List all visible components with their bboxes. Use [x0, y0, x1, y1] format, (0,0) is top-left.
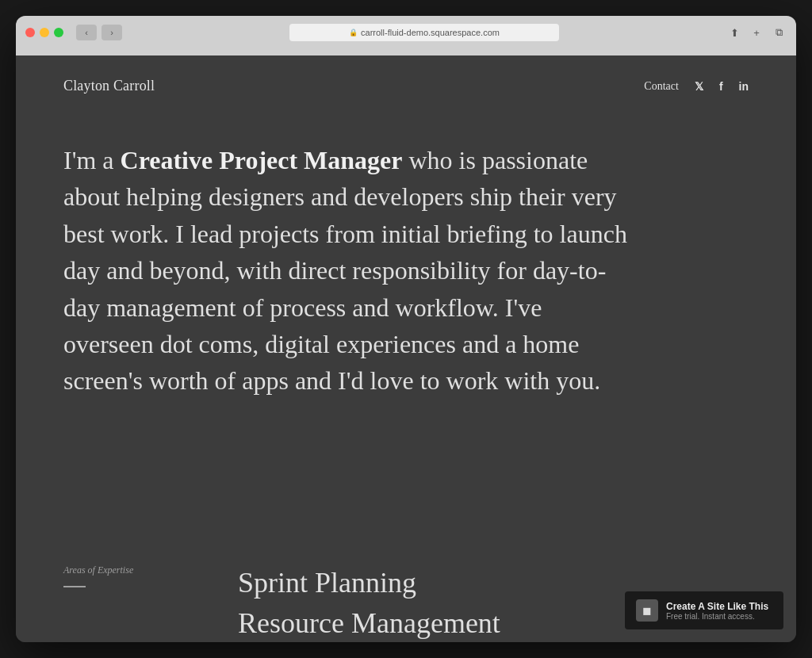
hero-section: I'm a Creative Project Manager who is pa… [16, 110, 796, 549]
browser-actions: ⬆ + ⧉ [726, 25, 787, 40]
hero-paragraph: I'm a Creative Project Manager who is pa… [63, 142, 634, 400]
squarespace-subtitle: Free trial. Instant access. [666, 612, 768, 621]
hero-bold-text: Creative Project Manager [121, 146, 403, 174]
linkedin-icon[interactable]: in [739, 80, 749, 93]
twitter-icon[interactable]: 𝕏 [695, 80, 703, 93]
browser-nav: ‹ › [76, 25, 122, 40]
minimize-button[interactable] [40, 28, 49, 37]
squarespace-banner[interactable]: ◼ Create A Site Like This Free trial. In… [625, 591, 783, 629]
share-button[interactable]: ⬆ [726, 25, 742, 40]
contact-link[interactable]: Contact [644, 80, 679, 93]
expertise-label-col: Areas of Expertise [63, 564, 238, 587]
traffic-lights [25, 28, 63, 37]
address-bar-container: 🔒 carroll-fluid-demo.squarespace.com [128, 24, 720, 41]
expertise-label: Areas of Expertise [63, 564, 238, 576]
browser-tabs [25, 49, 787, 55]
forward-button[interactable]: › [102, 25, 122, 40]
browser-window: ‹ › 🔒 carroll-fluid-demo.squarespace.com… [16, 16, 796, 642]
url-text: carroll-fluid-demo.squarespace.com [361, 28, 500, 37]
address-bar[interactable]: 🔒 carroll-fluid-demo.squarespace.com [289, 24, 559, 41]
squarespace-text: Create A Site Like This Free trial. Inst… [666, 601, 768, 621]
browser-chrome: ‹ › 🔒 carroll-fluid-demo.squarespace.com… [16, 16, 796, 55]
hero-text-after: who is passionate about helping designer… [63, 146, 627, 395]
site-logo: Clayton Carroll [63, 78, 155, 94]
hero-text-before: I'm a [63, 146, 121, 174]
site-nav: Contact 𝕏 f in [644, 80, 749, 93]
website-content: Clayton Carroll Contact 𝕏 f in I'm a Cre… [16, 55, 796, 642]
maximize-button[interactable] [54, 28, 63, 37]
facebook-icon[interactable]: f [719, 80, 723, 93]
close-button[interactable] [25, 28, 35, 37]
browser-titlebar: ‹ › 🔒 carroll-fluid-demo.squarespace.com… [25, 24, 787, 49]
back-button[interactable]: ‹ [76, 25, 97, 40]
squarespace-title: Create A Site Like This [666, 601, 768, 612]
expertise-divider [63, 586, 86, 587]
new-tab-button[interactable]: + [749, 25, 764, 40]
squarespace-logo: ◼ [636, 599, 658, 622]
lock-icon: 🔒 [349, 29, 358, 36]
site-header: Clayton Carroll Contact 𝕏 f in [16, 55, 796, 110]
windows-button[interactable]: ⧉ [771, 25, 787, 40]
